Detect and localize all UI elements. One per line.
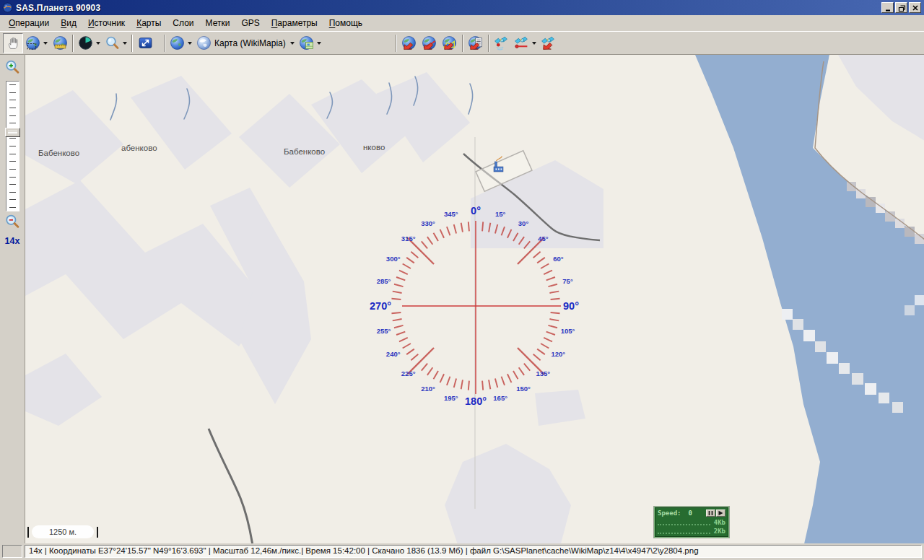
compass-degree-label: 135° bbox=[536, 369, 551, 377]
placemark-manager-button[interactable] bbox=[466, 33, 486, 53]
dropdown-arrow-icon[interactable] bbox=[317, 42, 321, 45]
add-path-button[interactable] bbox=[419, 33, 440, 53]
titlebar: SAS.Планета 90903 bbox=[0, 0, 924, 15]
compass-degree-label: 180° bbox=[465, 395, 487, 407]
gps-rate-value: 2Kb bbox=[714, 528, 725, 534]
compass-tick bbox=[482, 381, 483, 390]
restore-button[interactable] bbox=[895, 2, 907, 13]
previous-view-button[interactable] bbox=[76, 33, 103, 53]
zoom-out-icon bbox=[4, 214, 20, 229]
toolbar-separator bbox=[396, 35, 397, 52]
compass-tick bbox=[549, 319, 559, 320]
pan-tool-button[interactable] bbox=[3, 33, 23, 53]
zoom-region-button[interactable] bbox=[167, 33, 194, 53]
menu-view[interactable]: Вид bbox=[55, 16, 82, 31]
compass-tick bbox=[541, 264, 549, 269]
measure-distance-button[interactable] bbox=[50, 33, 70, 53]
menu-operations[interactable]: Операции bbox=[3, 16, 55, 31]
compass-tick bbox=[434, 233, 439, 241]
zoom-slider-thumb[interactable] bbox=[5, 128, 20, 137]
tile-pixel-block bbox=[905, 305, 915, 315]
tile-pixel-block bbox=[915, 295, 924, 305]
dropdown-arrow-icon[interactable] bbox=[290, 42, 295, 45]
slider-tick bbox=[9, 146, 16, 146]
menu-source[interactable]: Источник bbox=[82, 16, 131, 31]
compass-tick bbox=[537, 349, 545, 354]
land-polygon bbox=[445, 444, 571, 543]
statusbar-text: 14x | Координаты E37°24'15.57" N49°16'3.… bbox=[25, 545, 922, 558]
gps-goto-button[interactable] bbox=[539, 33, 559, 53]
add-polygon-button[interactable] bbox=[440, 33, 460, 53]
gps-panel-play-button[interactable] bbox=[716, 509, 725, 517]
compass-degree-label: 120° bbox=[551, 350, 565, 358]
menu-placemarks[interactable]: Метки bbox=[200, 16, 236, 31]
gps-track-button[interactable] bbox=[512, 33, 539, 53]
compass-degree-label: 300° bbox=[386, 255, 401, 263]
tile-pixel-block bbox=[827, 352, 838, 364]
compass-tick bbox=[406, 349, 414, 354]
compass-tick bbox=[524, 364, 530, 371]
fullscreen-button[interactable] bbox=[135, 33, 155, 53]
menu-layers[interactable]: Слои bbox=[167, 16, 199, 31]
globe-icon bbox=[442, 35, 457, 51]
layers-selector-button[interactable] bbox=[297, 33, 323, 53]
gps-connect-button[interactable] bbox=[492, 33, 512, 53]
gps-panel-pause-button[interactable] bbox=[706, 509, 715, 517]
tile-pixel-block bbox=[852, 373, 863, 385]
zoom-sidebar: 14x bbox=[0, 55, 25, 543]
compass-tick bbox=[519, 367, 524, 375]
slider-tick bbox=[9, 100, 16, 100]
app-icon bbox=[2, 2, 13, 13]
menubar: ОперацииВидИсточникКартыСлоиМеткиGPSПара… bbox=[0, 15, 924, 31]
minimize-button[interactable] bbox=[881, 2, 894, 13]
compass-tick bbox=[544, 338, 552, 341]
close-icon bbox=[911, 4, 920, 12]
map-canvas[interactable]: 0°15°30°45°60°75°90°105°120°135°150°165°… bbox=[25, 55, 924, 543]
dropdown-arrow-icon[interactable] bbox=[96, 42, 100, 45]
zoom-out-button[interactable] bbox=[3, 211, 22, 231]
slider-tick bbox=[9, 184, 16, 185]
compass-tick bbox=[541, 344, 549, 349]
road-line bbox=[209, 429, 255, 543]
dropdown-arrow-icon[interactable] bbox=[43, 42, 48, 45]
dropdown-arrow-icon[interactable] bbox=[532, 42, 536, 45]
gps-rate-row: 4Kb bbox=[658, 520, 725, 525]
gps-rate-row: 2Kb bbox=[658, 528, 725, 534]
toolbar-separator bbox=[72, 35, 74, 52]
minimize-icon bbox=[884, 4, 892, 12]
menu-gps[interactable]: GPS bbox=[235, 16, 265, 31]
compass-tick bbox=[434, 371, 439, 379]
selection-tool-button[interactable] bbox=[23, 33, 50, 53]
zoom-slider[interactable] bbox=[6, 81, 19, 211]
menu-options[interactable]: Параметры bbox=[266, 16, 323, 31]
slider-tick bbox=[9, 115, 16, 116]
compass-degree-label: 90° bbox=[563, 300, 579, 312]
dropdown-arrow-icon[interactable] bbox=[123, 42, 127, 45]
sat-icon bbox=[494, 35, 509, 51]
gps-dots bbox=[658, 530, 710, 534]
compass-tick bbox=[396, 277, 405, 280]
zoom-in-button[interactable] bbox=[3, 57, 22, 76]
compass-tick bbox=[468, 222, 469, 231]
map-type-selector[interactable]: Карта (WikiMapia) bbox=[194, 33, 297, 53]
compass-tick bbox=[549, 292, 559, 293]
compass-tick bbox=[544, 271, 552, 274]
full-icon bbox=[138, 35, 153, 51]
slider-tick bbox=[9, 161, 16, 162]
compass-tick bbox=[548, 325, 557, 328]
search-button[interactable] bbox=[103, 33, 129, 53]
sat-icon bbox=[514, 35, 529, 51]
scale-tick-right bbox=[97, 527, 98, 538]
compass-degree-label: 195° bbox=[444, 394, 458, 402]
menu-maps[interactable]: Карты bbox=[131, 16, 167, 31]
toolbar-separator bbox=[131, 35, 133, 52]
slider-tick bbox=[9, 92, 16, 93]
add-placemark-button[interactable] bbox=[399, 33, 419, 53]
gps-speed-panel: Speed: 0 4Kb bbox=[654, 507, 729, 538]
dropdown-arrow-icon[interactable] bbox=[188, 42, 192, 45]
compass-tick bbox=[551, 299, 560, 299]
compass-tick bbox=[393, 319, 402, 320]
menu-help[interactable]: Помощь bbox=[323, 16, 368, 31]
close-button[interactable] bbox=[909, 2, 921, 13]
compass-degree-label: 15° bbox=[495, 210, 506, 218]
